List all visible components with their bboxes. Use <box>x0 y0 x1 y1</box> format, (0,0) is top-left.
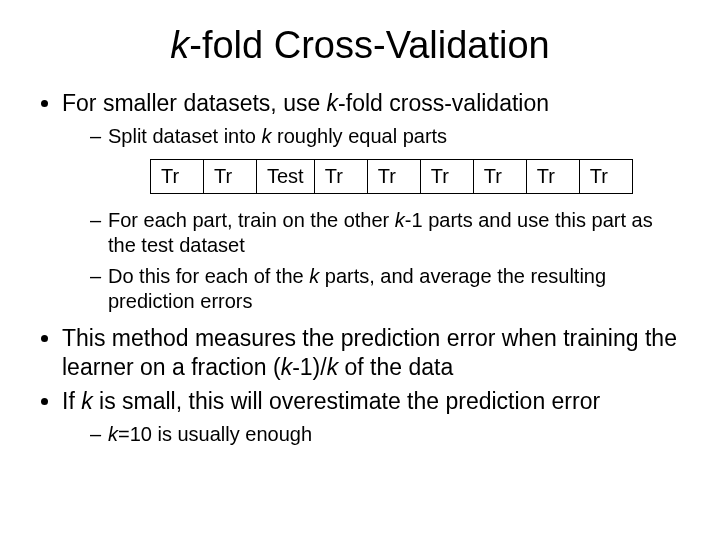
subbullet-average-k: k <box>309 265 319 287</box>
subbullet-split: Split dataset into k roughly equal parts <box>90 124 684 149</box>
subbullet-k10-k: k <box>108 423 118 445</box>
bullet-2: This method measures the prediction erro… <box>62 324 684 382</box>
fold-cell: Tr <box>579 159 632 193</box>
subbullet-split-k: k <box>261 125 271 147</box>
fold-cell: Tr <box>420 159 473 193</box>
slide: k-fold Cross-Validation For smaller data… <box>0 0 720 540</box>
bullet-3-k: k <box>81 388 93 414</box>
bullet-3: If k is small, this will overestimate th… <box>62 387 684 447</box>
fold-cell: Tr <box>367 159 420 193</box>
subbullet-average-pre: Do this for each of the <box>108 265 309 287</box>
bullet-1-sublist-2: For each part, train on the other k-1 pa… <box>62 208 684 314</box>
bullet-2-post: of the data <box>338 354 453 380</box>
fold-table: Tr Tr Test Tr Tr Tr Tr Tr Tr <box>150 159 633 194</box>
fold-diagram: Tr Tr Test Tr Tr Tr Tr Tr Tr <box>150 159 684 194</box>
subbullet-split-post: roughly equal parts <box>271 125 447 147</box>
fold-cell: Tr <box>314 159 367 193</box>
bullet-2-k1: k <box>281 354 293 380</box>
fold-cell: Tr <box>526 159 579 193</box>
bullet-2-k2: k <box>327 354 339 380</box>
bullet-2-mid: -1)/ <box>292 354 327 380</box>
bullet-3-sublist: k=10 is usually enough <box>62 422 684 447</box>
fold-cell-test: Test <box>257 159 315 193</box>
subbullet-train-pre: For each part, train on the other <box>108 209 395 231</box>
bullet-list: For smaller datasets, use k-fold cross-v… <box>36 89 684 447</box>
bullet-1: For smaller datasets, use k-fold cross-v… <box>62 89 684 314</box>
subbullet-split-pre: Split dataset into <box>108 125 261 147</box>
title-italic-k: k <box>170 24 189 66</box>
fold-cell: Tr <box>473 159 526 193</box>
bullet-1-text-post: -fold cross-validation <box>338 90 549 116</box>
subbullet-k10-post: =10 is usually enough <box>118 423 312 445</box>
subbullet-average: Do this for each of the k parts, and ave… <box>90 264 684 314</box>
fold-cell: Tr <box>204 159 257 193</box>
bullet-3-pre: If <box>62 388 81 414</box>
bullet-1-italic-k: k <box>327 90 339 116</box>
bullet-1-text-pre: For smaller datasets, use <box>62 90 327 116</box>
fold-row: Tr Tr Test Tr Tr Tr Tr Tr Tr <box>151 159 633 193</box>
bullet-1-sublist: Split dataset into k roughly equal parts <box>62 124 684 149</box>
subbullet-train: For each part, train on the other k-1 pa… <box>90 208 684 258</box>
fold-cell: Tr <box>151 159 204 193</box>
subbullet-train-k: k <box>395 209 405 231</box>
subbullet-k10: k=10 is usually enough <box>90 422 684 447</box>
title-rest: -fold Cross-Validation <box>189 24 549 66</box>
bullet-3-post: is small, this will overestimate the pre… <box>93 388 600 414</box>
slide-title: k-fold Cross-Validation <box>36 24 684 67</box>
